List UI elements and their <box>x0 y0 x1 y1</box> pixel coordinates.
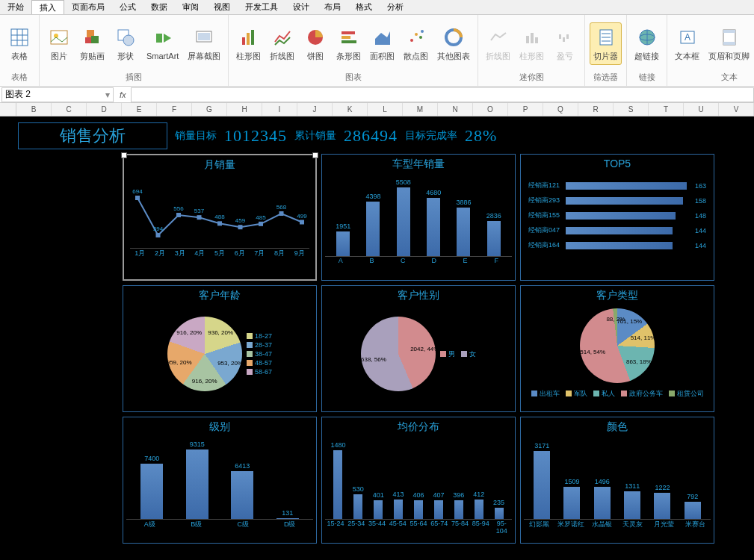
svg-rect-29 <box>526 36 529 43</box>
tab-design[interactable]: 设计 <box>285 0 317 14</box>
headerfooter-button[interactable]: 页眉和页脚 <box>705 23 753 64</box>
sparkcol-button: 柱形图 <box>516 23 547 64</box>
column-header[interactable]: S <box>614 103 649 116</box>
column-header[interactable]: J <box>297 103 333 116</box>
column-header[interactable]: R <box>578 103 614 116</box>
table-icon <box>7 25 31 49</box>
pie-plot: 936, 20%953, 20%916, 20%959, 20%916, 20%… <box>126 305 313 402</box>
group-label: 图表 <box>345 70 362 84</box>
chart-model[interactable]: 车型年销量 195143985508468038862836ABCDEF <box>321 154 516 281</box>
svg-rect-64 <box>300 220 304 225</box>
column-header[interactable]: E <box>122 103 157 116</box>
formula-bar-row: 图表 2▾ fx <box>0 87 754 103</box>
smartart-icon <box>151 26 175 50</box>
column-header[interactable]: D <box>87 103 122 116</box>
worksheet-area[interactable]: 销售分析 销量目标 1012345 累计销量 286494 目标完成率 28% … <box>0 116 754 560</box>
tab-dev[interactable]: 开发工具 <box>238 0 285 14</box>
chart-top5[interactable]: TOP5 经销商121163经销商293158经销商155148经销商04714… <box>520 154 714 281</box>
tab-start[interactable]: 开始 <box>0 0 31 14</box>
column-header[interactable]: N <box>438 103 473 116</box>
svg-rect-21 <box>342 36 350 39</box>
barchart-button[interactable]: 条形图 <box>333 23 364 64</box>
svg-rect-22 <box>342 40 356 43</box>
hyperlink-button[interactable]: 超链接 <box>631 23 662 64</box>
column-header[interactable]: G <box>192 103 227 116</box>
column-header[interactable]: P <box>508 103 543 116</box>
fx-label[interactable]: fx <box>115 90 131 99</box>
column-header[interactable]: M <box>403 103 438 116</box>
kpi-label: 目标完成率 <box>405 129 457 143</box>
chart-gender[interactable]: 客户性别 2042, 44%2638, 56%男女 <box>321 285 516 412</box>
svg-text:488: 488 <box>214 214 225 220</box>
chevron-down-icon[interactable]: ▾ <box>105 90 110 100</box>
tab-pagelayout[interactable]: 页面布局 <box>64 0 112 14</box>
areachart-button[interactable]: 面积图 <box>367 23 398 64</box>
svg-rect-34 <box>566 34 569 39</box>
column-header[interactable]: C <box>52 103 87 116</box>
tab-formula[interactable]: 公式 <box>112 0 143 14</box>
svg-rect-5 <box>51 31 67 44</box>
othercharts-button[interactable]: 其他图表 <box>434 23 473 64</box>
table-button[interactable]: 表格 <box>4 23 34 64</box>
svg-rect-46 <box>723 42 735 45</box>
svg-marker-13 <box>164 34 171 43</box>
column-header[interactable]: F <box>157 103 192 116</box>
headerfooter-icon <box>717 25 741 49</box>
column-header[interactable]: B <box>16 103 52 116</box>
chart-level[interactable]: 级别 740093156413131A级B级C级D级 <box>123 417 317 544</box>
textbox-button[interactable]: A文本框 <box>672 23 702 64</box>
svg-rect-16 <box>242 37 245 45</box>
sparkcol-icon <box>520 25 544 49</box>
column-header[interactable]: I <box>262 103 297 116</box>
tab-insert[interactable]: 插入 <box>31 0 64 14</box>
screenshot-button[interactable]: 屏幕截图 <box>185 23 223 64</box>
tab-review[interactable]: 审阅 <box>175 0 206 14</box>
column-header[interactable]: Q <box>543 103 578 116</box>
chart-price[interactable]: 均价分布 148053040141340640739641223515-2425… <box>321 417 516 544</box>
kpi-label: 累计销量 <box>294 129 336 143</box>
svg-text:556: 556 <box>173 205 184 212</box>
svg-rect-8 <box>91 36 99 43</box>
smartart-button[interactable]: SmartArt <box>143 24 182 63</box>
column-header[interactable]: T <box>649 103 684 116</box>
formula-input[interactable] <box>131 87 754 102</box>
linechart-button[interactable]: 折线图 <box>267 23 297 64</box>
piechart-button[interactable]: 饼图 <box>300 23 330 64</box>
tab-data[interactable]: 数据 <box>143 0 175 14</box>
dashboard-header: 销售分析 销量目标 1012345 累计销量 286494 目标完成率 28% <box>18 122 750 149</box>
column-header[interactable]: K <box>333 103 368 116</box>
group-tables: 表格 表格 <box>0 15 40 86</box>
column-header[interactable]: O <box>473 103 508 116</box>
column-header[interactable]: U <box>684 103 719 116</box>
ribbon-body: 表格 表格 图片 剪贴画 形状 SmartArt 屏幕截图 插图 柱形图 折线图… <box>0 15 754 87</box>
slicer-button[interactable]: 切片器 <box>590 22 622 65</box>
tab-format[interactable]: 格式 <box>348 0 380 14</box>
picture-icon <box>47 25 71 49</box>
shapes-button[interactable]: 形状 <box>111 23 140 64</box>
chart-age[interactable]: 客户年龄 936, 20%953, 20%916, 20%959, 20%916… <box>123 285 317 412</box>
column-header[interactable]: V <box>719 103 754 116</box>
barchart-icon <box>337 25 361 49</box>
tab-view[interactable]: 视图 <box>206 0 238 14</box>
scatterchart-button[interactable]: 散点图 <box>401 23 431 64</box>
kpi-label: 销量目标 <box>175 129 217 143</box>
svg-rect-18 <box>251 30 254 45</box>
clipart-button[interactable]: 剪贴画 <box>77 23 108 64</box>
winloss-button: 盈亏 <box>550 23 580 64</box>
chart-color[interactable]: 颜色 31711509149613111222792幻影黑米罗诺红水晶银天灵灰月… <box>520 417 714 544</box>
hyperlink-icon <box>635 25 659 49</box>
chart-ctype[interactable]: 客户类型 701, 15%514, 11%863, 18%2514, 54%88… <box>520 285 714 412</box>
tab-analyze[interactable]: 分析 <box>380 0 411 14</box>
column-header[interactable]: L <box>368 103 403 116</box>
tab-layout2[interactable]: 布局 <box>317 0 348 14</box>
columnchart-button[interactable]: 柱形图 <box>233 23 264 64</box>
chart-monthly[interactable]: 月销量 6943945565374884594855684991月2月3月4月5… <box>123 154 317 281</box>
column-header[interactable]: H <box>227 103 262 116</box>
svg-text:568: 568 <box>276 204 287 211</box>
svg-rect-32 <box>559 34 561 39</box>
picture-button[interactable]: 图片 <box>44 23 74 64</box>
dashboard-title: 销售分析 <box>18 122 167 149</box>
svg-rect-50 <box>156 233 161 237</box>
select-all-corner[interactable] <box>0 103 16 116</box>
name-box[interactable]: 图表 2▾ <box>1 87 114 102</box>
